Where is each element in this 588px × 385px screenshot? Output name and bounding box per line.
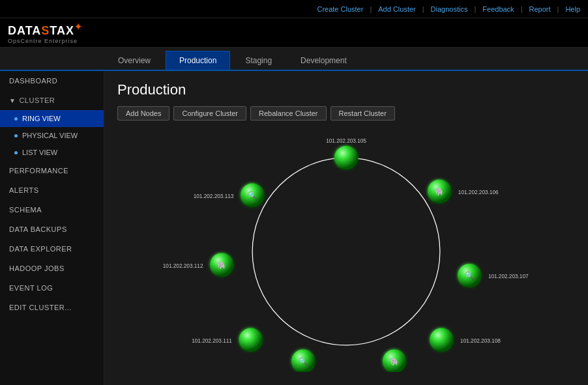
- add-nodes-button[interactable]: Add Nodes: [117, 106, 169, 121]
- report-link[interactable]: Report: [529, 5, 550, 13]
- svg-text:101.202.203.107: 101.202.203.107: [488, 274, 529, 279]
- page-title: Production: [117, 81, 575, 98]
- sidebar-item-dashboard[interactable]: DASHBOARD: [0, 71, 104, 91]
- nav-separator: |: [557, 5, 559, 13]
- svg-text:101.202.203.105: 101.202.203.105: [326, 138, 366, 144]
- tab-staging[interactable]: Staging: [231, 51, 286, 70]
- nav-separator: |: [521, 5, 523, 13]
- logo-sub: OpsCentre Enterprise: [8, 38, 83, 44]
- content-area: Production Add Nodes Configure Cluster R…: [104, 71, 588, 385]
- nav-separator: |: [370, 5, 372, 13]
- svg-point-8: [430, 328, 453, 352]
- node-107[interactable]: 🔍 101.202.203.107: [458, 264, 529, 287]
- svg-text:🔍: 🔍: [465, 271, 475, 280]
- tab-bar: Overview Production Staging Development: [0, 48, 588, 71]
- node-112[interactable]: 🐘 101.202.203.112: [163, 253, 234, 276]
- ring-view-dot: [14, 117, 18, 121]
- svg-text:101.202.203.112: 101.202.203.112: [163, 263, 203, 269]
- svg-text:🔍: 🔍: [248, 191, 257, 200]
- ring-circle: [252, 158, 440, 345]
- sidebar-item-ring-view[interactable]: RING VIEW: [0, 110, 104, 127]
- node-108[interactable]: 101.202.203.108: [430, 328, 501, 352]
- svg-text:101.202.203.111: 101.202.203.111: [192, 338, 232, 344]
- sidebar-item-hadoop-jobs[interactable]: HADOOP JOBS: [0, 259, 104, 278]
- svg-text:101.202.203.108: 101.202.203.108: [460, 338, 501, 344]
- rebalance-cluster-button[interactable]: Rebalance Cluster: [250, 106, 327, 121]
- logo-area: DATASTAX✦ OpsCentre Enterprise: [8, 21, 83, 44]
- svg-point-0: [334, 146, 358, 169]
- node-110[interactable]: 🔍 101.202.203.110: [279, 349, 319, 372]
- sidebar: DASHBOARD ▼ CLUSTER RING VIEW PHYSICAL V…: [0, 71, 104, 385]
- sidebar-item-physical-view[interactable]: PHYSICAL VIEW: [0, 127, 104, 144]
- nav-separator: |: [474, 5, 476, 13]
- node-105[interactable]: 101.202.203.105: [326, 138, 366, 169]
- svg-text:101.202.203.113: 101.202.203.113: [194, 193, 234, 199]
- cluster-arrow-icon: ▼: [9, 97, 16, 104]
- sidebar-item-performance[interactable]: PERFORMANCE: [0, 161, 104, 180]
- top-nav: Create Cluster | Add Cluster | Diagnosti…: [0, 0, 588, 18]
- sidebar-cluster-header[interactable]: ▼ CLUSTER: [0, 91, 104, 110]
- list-view-dot: [14, 151, 18, 154]
- ring-container: 101.202.203.105 🐘 101.202.203.106 🔍 101.…: [117, 131, 575, 372]
- logo-datastax: DATASTAX✦: [8, 21, 83, 38]
- action-buttons: Add Nodes Configure Cluster Rebalance Cl…: [117, 106, 575, 121]
- nav-separator: |: [422, 5, 424, 13]
- feedback-link[interactable]: Feedback: [482, 5, 514, 13]
- svg-text:🐘: 🐘: [390, 357, 400, 366]
- sidebar-item-list-view[interactable]: LIST VIEW: [0, 144, 104, 161]
- tab-production[interactable]: Production: [166, 51, 230, 70]
- help-link[interactable]: Help: [565, 5, 580, 13]
- tab-overview[interactable]: Overview: [104, 51, 164, 70]
- node-111[interactable]: 101.202.203.111: [192, 328, 263, 352]
- configure-cluster-button[interactable]: Configure Cluster: [173, 106, 246, 121]
- sidebar-item-schema[interactable]: SCHEMA: [0, 200, 104, 220]
- svg-text:🐘: 🐘: [217, 261, 227, 270]
- svg-text:🐘: 🐘: [435, 187, 445, 196]
- svg-text:🔍: 🔍: [299, 357, 308, 366]
- tab-development[interactable]: Development: [287, 51, 360, 70]
- node-106[interactable]: 🐘 101.202.203.106: [428, 180, 499, 203]
- header: DATASTAX✦ OpsCentre Enterprise: [0, 18, 588, 48]
- main-layout: DASHBOARD ▼ CLUSTER RING VIEW PHYSICAL V…: [0, 71, 588, 385]
- svg-point-16: [239, 328, 263, 352]
- node-113[interactable]: 🔍 101.202.203.113: [194, 184, 265, 207]
- node-109[interactable]: 🐘 101.202.203.109: [379, 349, 419, 372]
- sidebar-item-data-explorer[interactable]: DATA EXPLORER: [0, 239, 104, 259]
- sidebar-item-edit-cluster[interactable]: EDIT CLUSTER...: [0, 298, 104, 317]
- ring-diagram: 101.202.203.105 🐘 101.202.203.106 🔍 101.…: [117, 131, 575, 372]
- add-cluster-link[interactable]: Add Cluster: [378, 5, 415, 13]
- diagnostics-link[interactable]: Diagnostics: [431, 5, 468, 13]
- sidebar-item-event-log[interactable]: EVENT LOG: [0, 278, 104, 298]
- sidebar-item-data-backups[interactable]: DATA BACKUPS: [0, 220, 104, 239]
- physical-view-dot: [14, 134, 18, 137]
- svg-text:101.202.203.106: 101.202.203.106: [458, 190, 499, 195]
- create-cluster-link[interactable]: Create Cluster: [317, 5, 363, 13]
- restart-cluster-button[interactable]: Restart Cluster: [331, 106, 395, 121]
- sidebar-item-alerts[interactable]: ALERTS: [0, 180, 104, 200]
